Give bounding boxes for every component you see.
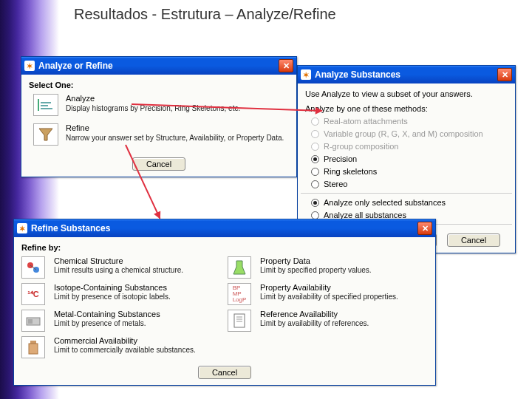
- histogram-icon: [33, 94, 58, 116]
- radio-selected-substances[interactable]: Analyze only selected substances: [311, 198, 508, 207]
- commercial-availability-option[interactable]: Commercial Availability Limit to commerc…: [54, 336, 222, 361]
- refine-desc: Narrow your answer set by Structure, Ava…: [66, 134, 284, 142]
- intro-text: Use Analyze to view a subset of your ans…: [305, 89, 508, 98]
- svg-marker-4: [39, 129, 52, 140]
- property-availability-option[interactable]: Property Availability Limit by availabil…: [260, 283, 428, 308]
- metal-option[interactable]: Metal-Containing Substances Limit by pre…: [54, 310, 222, 335]
- bottle-icon[interactable]: [21, 336, 45, 358]
- property-avail-icon[interactable]: BPMPLogP: [228, 283, 251, 305]
- option-title: Commercial Availability: [54, 336, 222, 345]
- isotope-icon[interactable]: ¹⁴C: [21, 283, 45, 305]
- option-title: Reference Availability: [260, 310, 428, 318]
- option-title: Property Availability: [260, 283, 428, 292]
- methods-label: Analyze by one of these methods:: [305, 104, 508, 113]
- radio-variable-group: Variable group (R, G, X, and M) composit…: [311, 129, 508, 138]
- option-title: Chemical Structure: [54, 256, 222, 265]
- window-title: Refine Substances: [31, 223, 110, 233]
- close-icon[interactable]: ✕: [417, 222, 432, 235]
- cancel-button[interactable]: Cancel: [198, 366, 251, 379]
- radio-precision[interactable]: Precision: [311, 154, 508, 163]
- beaker-icon[interactable]: [228, 256, 251, 279]
- metal-icon[interactable]: [21, 310, 45, 332]
- chemical-structure-option[interactable]: Chemical Structure Limit results using a…: [54, 256, 222, 282]
- radio-stereo[interactable]: Stereo: [311, 180, 508, 188]
- radio-label: Real-atom attachments: [324, 117, 408, 126]
- radio-label: Stereo: [324, 180, 347, 188]
- page-title: Resultados - Estrutura – Analyze/Refine: [74, 6, 336, 23]
- window-title: Analyze Substances: [315, 69, 400, 80]
- option-desc: Limit results using a chemical structure…: [54, 266, 222, 274]
- svg-rect-3: [41, 108, 52, 109]
- radio-label: R-group composition: [324, 142, 399, 151]
- close-icon[interactable]: ✕: [279, 59, 293, 72]
- option-desc: Limit by specified property values.: [260, 266, 428, 274]
- radio-r-group: R-group composition: [311, 142, 508, 151]
- window-analyze-or-refine: ✶ Analyze or Refine ✕ Select One: Analyz…: [21, 56, 297, 177]
- window-title: Analyze or Refine: [38, 61, 113, 71]
- analyze-label: Analyze: [66, 94, 240, 103]
- radio-label: Analyze only selected substances: [324, 198, 446, 207]
- select-one-label: Select One:: [29, 81, 289, 89]
- titlebar[interactable]: ✶ Refine Substances ✕: [14, 219, 435, 237]
- radio-label: Precision: [324, 154, 357, 163]
- svg-rect-1: [41, 102, 51, 103]
- titlebar[interactable]: ✶ Analyze or Refine ✕: [21, 57, 296, 75]
- app-icon: ✶: [24, 61, 35, 71]
- isotope-option[interactable]: Isotope-Containing Substances Limit by p…: [54, 283, 222, 308]
- cancel-button[interactable]: Cancel: [447, 233, 500, 247]
- reference-availability-option[interactable]: Reference Availability Limit by availabi…: [260, 310, 428, 335]
- window-refine-substances: ✶ Refine Substances ✕ Refine by: Chemica…: [13, 219, 436, 386]
- option-desc: Limit to commercially available substanc…: [54, 346, 222, 354]
- svg-rect-15: [29, 344, 38, 354]
- app-icon: ✶: [17, 223, 27, 233]
- svg-rect-14: [30, 341, 36, 344]
- refine-by-label: Refine by:: [21, 243, 428, 252]
- svg-rect-2: [41, 105, 48, 106]
- radio-label: Ring skeletons: [324, 167, 377, 176]
- svg-rect-10: [234, 314, 245, 327]
- close-icon[interactable]: ✕: [497, 68, 512, 81]
- refine-label: Refine: [66, 123, 284, 132]
- radio-label: Variable group (R, G, X, and M) composit…: [324, 129, 483, 138]
- property-data-option[interactable]: Property Data Limit by specified propert…: [260, 256, 428, 282]
- option-desc: Limit by availability of specified prope…: [260, 293, 428, 301]
- document-icon[interactable]: [228, 310, 251, 332]
- option-desc: Limit by availability of references.: [260, 319, 428, 327]
- funnel-icon: [33, 123, 58, 146]
- refine-option[interactable]: Refine Narrow your answer set by Structu…: [33, 123, 289, 146]
- option-title: Property Data: [260, 256, 428, 265]
- option-desc: Limit by presence of isotopic labels.: [54, 293, 222, 301]
- svg-rect-9: [28, 319, 33, 324]
- cancel-button[interactable]: Cancel: [132, 157, 185, 171]
- radio-ring-skeletons[interactable]: Ring skeletons: [311, 167, 508, 176]
- option-title: Isotope-Containing Substances: [54, 283, 222, 292]
- svg-rect-0: [38, 99, 39, 111]
- app-icon: ✶: [301, 69, 311, 80]
- structure-icon[interactable]: [21, 256, 45, 279]
- option-title: Metal-Containing Substances: [54, 310, 222, 318]
- titlebar[interactable]: ✶ Analyze Substances ✕: [298, 66, 515, 83]
- option-desc: Limit by presence of metals.: [54, 319, 222, 327]
- radio-real-atom: Real-atom attachments: [311, 117, 508, 126]
